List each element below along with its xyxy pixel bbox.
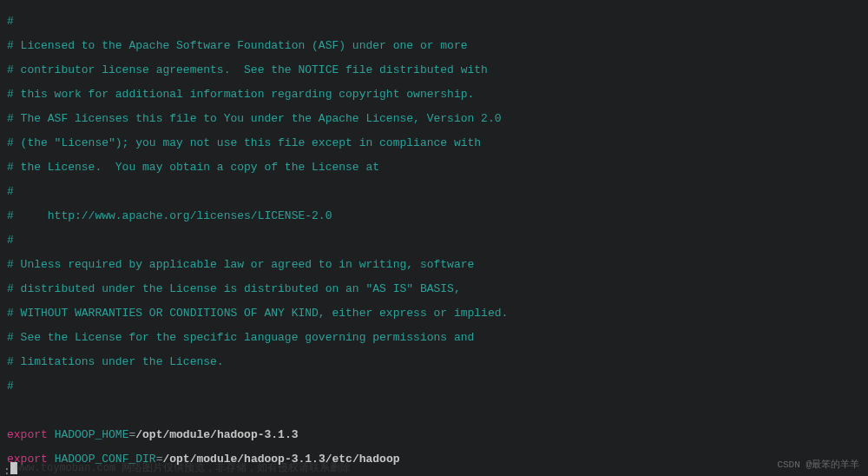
watermark-left: www.toymoban.com 网络图片仅供预览，非存储，如有侵权请联系删除 — [16, 462, 351, 474]
comment-line: # contributor license agreements. See th… — [7, 64, 861, 76]
comment-line: # the License. You may obtain a copy of … — [7, 162, 861, 174]
keyword-export: export — [7, 428, 48, 441]
var-value: /opt/module/hadoop-3.1.3 — [135, 428, 298, 441]
comment-line: # limitations under the License. — [7, 356, 861, 368]
comment-line: # distributed under the License is distr… — [7, 283, 861, 295]
comment-line: # this work for additional information r… — [7, 89, 861, 101]
comment-line: # The ASF licenses this file to You unde… — [7, 113, 861, 125]
comment-line: # — [7, 186, 861, 198]
export-hadoop: export HADOOP_HOME=/opt/module/hadoop-3.… — [7, 429, 861, 441]
var-name: HADOOP_HOME — [55, 428, 129, 441]
comment-line: # — [7, 380, 861, 393]
comment-line: # See the License for the specific langu… — [7, 332, 861, 344]
editor-content[interactable]: # # Licensed to the Apache Software Foun… — [0, 0, 868, 476]
comment-line: # http://www.apache.org/licenses/LICENSE… — [7, 210, 861, 222]
comment-line: # Licensed to the Apache Software Founda… — [7, 40, 861, 52]
comment-line: # — [7, 235, 861, 247]
blank-line — [7, 405, 861, 417]
comment-line: # WITHOUT WARRANTIES OR CONDITIONS OF AN… — [7, 307, 861, 320]
comment-line: # — [7, 16, 861, 28]
comment-line: # (the "License"); you may not use this … — [7, 137, 861, 149]
colon-prompt: : — [3, 465, 10, 476]
watermark-right: CSDN @最笨的羊羊 — [777, 459, 859, 471]
comment-line: # Unless required by applicable law or a… — [7, 259, 861, 271]
